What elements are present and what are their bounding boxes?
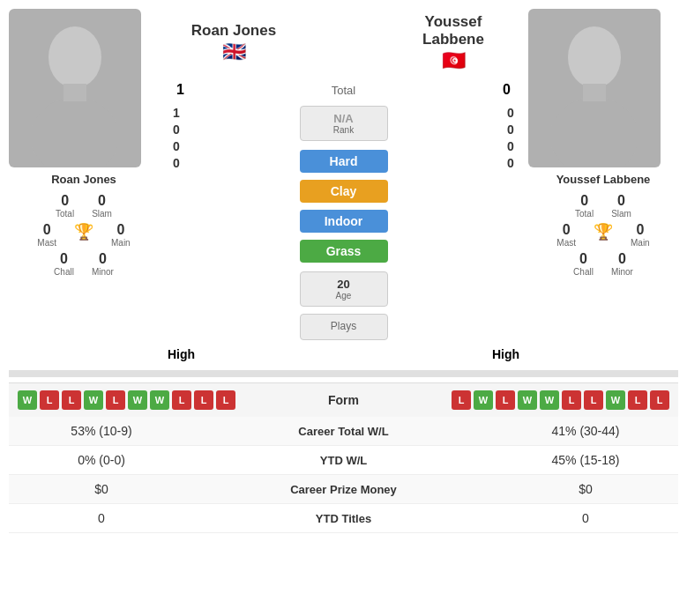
left-total-value: 0: [61, 193, 69, 209]
right-chall-stat: 0 Chall: [573, 251, 594, 277]
right-total-label: Total: [575, 209, 594, 219]
left-high-label: High: [168, 347, 195, 361]
left-clay-score: 0: [163, 122, 190, 137]
form-badge-w: W: [150, 390, 169, 410]
left-career-total: 53% (10-9): [22, 424, 181, 438]
left-minor-value: 0: [99, 251, 107, 267]
ytd-wl-label: YTD W/L: [181, 454, 506, 467]
stats-table: 53% (10-9) Career Total W/L 41% (30-44) …: [9, 417, 678, 533]
form-badge-l: L: [40, 390, 59, 410]
svg-rect-2: [63, 84, 86, 101]
left-total-label: Total: [56, 209, 74, 219]
form-badge-w: W: [540, 390, 559, 410]
right-clay-row: 0: [497, 122, 524, 137]
right-mast-stat: 0 Mast: [556, 222, 576, 248]
center-rank-value: N/A: [333, 112, 353, 125]
left-minor-label: Minor: [92, 267, 114, 277]
left-panel: 1 0 0 0: [163, 106, 190, 170]
left-player-name-top: Roan Jones: [191, 22, 276, 40]
left-main-stat: 0 Main: [111, 222, 131, 248]
right-grass-score: 0: [497, 156, 524, 170]
right-player-section: Youssef Labbene 0 Total 0 Slam 0 Mast 🏆: [528, 9, 678, 280]
hard-badge-row: Hard: [300, 150, 388, 173]
left-indoor-score: 0: [163, 139, 190, 153]
right-trophy-icon-container: 🏆: [594, 222, 613, 248]
right-trophy-icon: 🏆: [594, 222, 613, 241]
form-badge-l: L: [584, 390, 603, 410]
center-panel: N/A Rank Hard Clay Indoor: [300, 106, 388, 340]
rank-info-box: N/A Rank: [300, 106, 388, 141]
left-mast-value: 0: [43, 222, 51, 238]
left-name-flag-group: Roan Jones 🇬🇧: [168, 22, 300, 61]
left-trophy-icon-container: 🏆: [74, 222, 93, 248]
main-container: Roan Jones 0 Total 0 Slam 0 Mast 🏆: [0, 0, 687, 616]
right-mast-label: Mast: [556, 238, 576, 248]
svg-point-4: [550, 97, 638, 167]
left-slam-value: 0: [98, 193, 106, 209]
right-stats-row1: 0 Total 0 Slam: [528, 193, 678, 219]
form-badge-l: L: [496, 390, 515, 410]
left-main-value: 0: [116, 222, 124, 238]
right-player-name-below: Youssef Labbene: [528, 173, 678, 186]
left-grass-score: 0: [163, 156, 190, 170]
career-prize-row: $0 Career Prize Money $0: [9, 475, 678, 504]
age-info-box: 20 Age: [300, 271, 388, 307]
right-clay-score: 0: [497, 122, 524, 137]
plays-info-box: Plays: [300, 314, 388, 340]
right-chall-label: Chall: [573, 267, 594, 277]
left-player-name-below: Roan Jones: [9, 173, 159, 186]
right-chall-value: 0: [579, 251, 587, 267]
total-row: 1 Total 0: [159, 78, 528, 102]
right-ytd-wl: 45% (15-18): [506, 453, 665, 467]
right-player-name-top: Youssef Labbene: [422, 13, 484, 48]
right-player-avatar: [528, 9, 661, 167]
grass-badge-row: Grass: [300, 240, 388, 263]
ytd-titles-row: 0 YTD Titles 0: [9, 504, 678, 533]
player-comparison-section: Roan Jones 0 Total 0 Slam 0 Mast 🏆: [9, 9, 678, 365]
form-badge-l: L: [172, 390, 191, 410]
right-minor-stat: 0 Minor: [611, 251, 633, 277]
right-stats-row3: 0 Chall 0 Minor: [528, 251, 678, 277]
left-mast-stat: 0 Mast: [37, 222, 56, 248]
clay-badge: Clay: [300, 180, 388, 203]
right-form-badges: LWLWWLLWLL: [452, 390, 669, 410]
form-badge-l: L: [650, 390, 669, 410]
right-minor-value: 0: [618, 251, 626, 267]
right-career-prize: $0: [506, 482, 665, 496]
center-age-value: 20: [337, 278, 349, 291]
left-hard-score: 1: [163, 106, 190, 120]
ytd-titles-label: YTD Titles: [181, 512, 506, 525]
total-label: Total: [332, 84, 355, 97]
left-grass-row: 0: [163, 156, 190, 170]
form-badge-w: W: [518, 390, 537, 410]
left-mast-label: Mast: [37, 238, 56, 248]
svg-rect-5: [583, 84, 606, 101]
form-badge-l: L: [194, 390, 213, 410]
right-total-stat: 0 Total: [575, 193, 594, 219]
right-hard-row: 0: [497, 106, 524, 120]
left-indoor-row: 0: [163, 139, 190, 153]
indoor-badge: Indoor: [300, 210, 388, 233]
left-chall-stat: 0 Chall: [54, 251, 74, 277]
left-ytd-wl: 0% (0-0): [22, 453, 181, 467]
svg-point-0: [49, 26, 101, 88]
hard-badge: Hard: [300, 150, 388, 173]
grass-badge: Grass: [300, 240, 388, 263]
indoor-badge-row: Indoor: [300, 210, 388, 233]
form-badge-l: L: [628, 390, 647, 410]
left-career-prize: $0: [22, 482, 181, 496]
left-clay-row: 0: [163, 122, 190, 137]
right-slam-label: Slam: [611, 209, 631, 219]
left-player-avatar: [9, 9, 141, 167]
form-badge-l: L: [216, 390, 235, 410]
form-badge-w: W: [18, 390, 37, 410]
right-minor-label: Minor: [611, 267, 633, 277]
form-badge-w: W: [84, 390, 103, 410]
form-badge-w: W: [128, 390, 147, 410]
left-stats-row1: 0 Total 0 Slam: [9, 193, 159, 219]
form-badge-w: W: [474, 390, 493, 410]
left-player-flag: 🇬🇧: [220, 43, 247, 61]
left-slam-stat: 0 Slam: [92, 193, 112, 219]
right-name-flag-group: Youssef Labbene 🇹🇳: [387, 13, 519, 70]
center-age-label: Age: [336, 291, 352, 301]
